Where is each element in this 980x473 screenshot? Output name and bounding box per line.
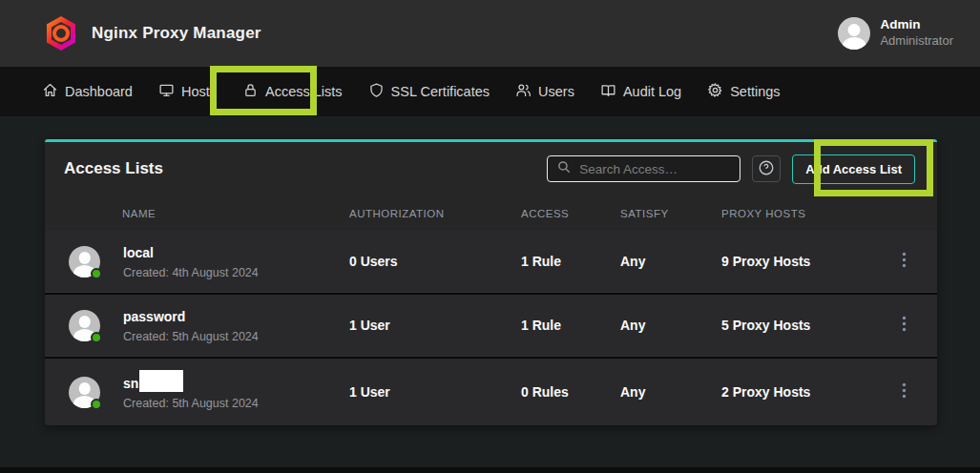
authorization-value: 0 Users bbox=[349, 254, 521, 269]
help-circle-icon bbox=[758, 159, 775, 179]
monitor-icon bbox=[158, 82, 175, 101]
gear-icon bbox=[707, 82, 723, 101]
panel-header: Access Lists Add Access List bbox=[45, 142, 937, 195]
access-list-created: Created: 4th August 2024 bbox=[123, 264, 259, 281]
add-access-list-button[interactable]: Add Access List bbox=[792, 154, 915, 184]
table-row[interactable]: sn Created: 5th August 2024 1 User 0 Rul… bbox=[45, 359, 937, 425]
nav-item-ssl-certificates[interactable]: SSL Certificates bbox=[368, 82, 490, 101]
access-list-name: local bbox=[123, 243, 154, 262]
book-icon bbox=[600, 82, 616, 101]
nav-item-label: Dashboard bbox=[65, 84, 133, 99]
search-box[interactable] bbox=[547, 155, 740, 182]
kebab-menu-icon bbox=[902, 320, 907, 335]
column-header-authorization: AUTHORIZATION bbox=[349, 208, 521, 219]
list-avatar bbox=[69, 377, 100, 408]
user-menu[interactable]: Admin Administrator bbox=[838, 17, 953, 50]
status-online-dot bbox=[91, 332, 102, 343]
access-list-name: sn bbox=[123, 376, 138, 391]
access-list-created: Created: 5th August 2024 bbox=[123, 328, 259, 345]
redaction-box bbox=[139, 370, 183, 392]
nav-item-users[interactable]: Users bbox=[515, 82, 574, 101]
nav-item-label: Users bbox=[538, 84, 574, 99]
panel-title: Access Lists bbox=[64, 159, 163, 178]
satisfy-value: Any bbox=[620, 318, 721, 333]
column-header-access: ACCESS bbox=[521, 208, 620, 219]
status-online-dot bbox=[91, 399, 102, 410]
access-list-name: password bbox=[123, 307, 185, 326]
window-bottom-edge bbox=[0, 467, 980, 473]
list-avatar bbox=[69, 310, 100, 341]
nav-item-access-lists[interactable]: Access Lists bbox=[242, 82, 343, 101]
table-header-row: NAME AUTHORIZATION ACCESS SATISFY PROXY … bbox=[45, 195, 937, 231]
lock-icon bbox=[242, 82, 259, 101]
access-value: 1 Rule bbox=[521, 318, 620, 333]
help-button[interactable] bbox=[752, 155, 781, 182]
app-header: Nginx Proxy Manager Admin Administrator bbox=[0, 0, 980, 67]
column-header-satisfy: SATISFY bbox=[620, 208, 721, 219]
column-header-name: NAME bbox=[45, 208, 349, 219]
proxy-hosts-value: 9 Proxy Hosts bbox=[721, 254, 870, 269]
user-name: Admin bbox=[880, 17, 953, 33]
nav-item-label: Access Lists bbox=[265, 84, 343, 99]
satisfy-value: Any bbox=[620, 384, 721, 400]
table-row[interactable]: local Created: 4th August 2024 0 Users 1… bbox=[45, 231, 937, 292]
status-online-dot bbox=[91, 268, 102, 279]
access-list-created: Created: 5th August 2024 bbox=[123, 395, 259, 412]
search-icon bbox=[557, 160, 571, 177]
search-input[interactable] bbox=[579, 162, 730, 176]
nav-item-audit-log[interactable]: Audit Log bbox=[600, 82, 681, 101]
nav-item-label: Settings bbox=[730, 84, 780, 99]
nav-item-label: Hosts bbox=[181, 84, 217, 99]
app-title: Nginx Proxy Manager bbox=[92, 24, 261, 43]
access-value: 1 Rule bbox=[521, 254, 620, 269]
kebab-menu-icon bbox=[902, 387, 907, 401]
row-actions-menu-button[interactable] bbox=[896, 377, 912, 407]
table-row[interactable]: password Created: 5th August 2024 1 User… bbox=[45, 295, 937, 356]
column-header-proxy-hosts: PROXY HOSTS bbox=[721, 208, 870, 219]
authorization-value: 1 User bbox=[349, 384, 521, 400]
kebab-menu-icon bbox=[902, 257, 907, 271]
access-lists-panel: Access Lists Add Access List NAME AUTHOR… bbox=[45, 139, 937, 425]
access-value: 0 Rules bbox=[521, 384, 620, 400]
nav-item-dashboard[interactable]: Dashboard bbox=[42, 82, 133, 101]
row-actions-menu-button[interactable] bbox=[896, 310, 912, 340]
nav-item-hosts[interactable]: Hosts bbox=[158, 82, 217, 101]
user-role: Administrator bbox=[880, 33, 953, 49]
app-logo-icon bbox=[44, 15, 78, 51]
nav-item-label: SSL Certificates bbox=[391, 84, 490, 99]
users-icon bbox=[515, 82, 532, 101]
proxy-hosts-value: 2 Proxy Hosts bbox=[721, 384, 870, 400]
nav-item-settings[interactable]: Settings bbox=[707, 82, 780, 101]
authorization-value: 1 User bbox=[349, 318, 521, 333]
nav-item-label: Audit Log bbox=[623, 84, 681, 99]
user-avatar bbox=[838, 17, 870, 50]
proxy-hosts-value: 5 Proxy Hosts bbox=[721, 318, 870, 333]
table-body: local Created: 4th August 2024 0 Users 1… bbox=[45, 231, 937, 425]
satisfy-value: Any bbox=[620, 254, 721, 269]
home-icon bbox=[42, 82, 58, 101]
row-actions-menu-button[interactable] bbox=[896, 246, 912, 277]
list-avatar bbox=[69, 246, 100, 278]
main-nav: Dashboard Hosts Access Lists SSL Certifi… bbox=[0, 67, 980, 116]
shield-icon bbox=[368, 82, 385, 101]
